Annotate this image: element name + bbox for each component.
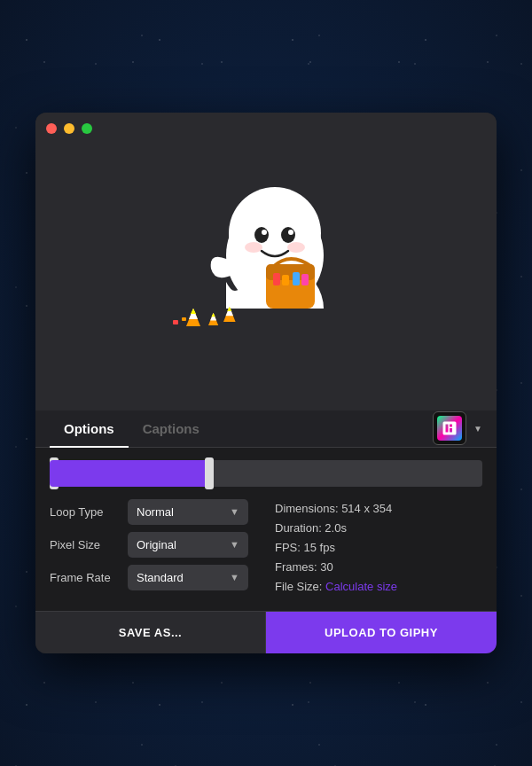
info-frames: Frames: 30 [275,558,482,577]
calculate-size-link[interactable]: Calculate size [325,580,397,593]
tab-captions[interactable]: Captions [129,410,214,448]
svg-marker-19 [212,313,215,317]
svg-rect-12 [293,272,300,285]
ghost-graphic [168,180,364,357]
info-dimensions: Dimensions: 514 x 354 [275,499,482,519]
svg-point-5 [288,230,293,235]
svg-rect-13 [301,274,309,285]
close-button[interactable] [46,123,57,134]
scrubber-track[interactable] [50,460,482,487]
svg-rect-10 [273,273,280,285]
pixel-size-select[interactable]: Original ▼ [128,532,248,558]
loop-type-select[interactable]: Normal ▼ [128,499,248,525]
giphy-logo [437,416,462,441]
tabs-bar: Options Captions ▼ [35,410,497,448]
pixel-size-value: Original [137,538,176,551]
settings-info: Dimensions: 514 x 354 Duration: 2.0s FPS… [266,499,482,597]
svg-point-7 [287,242,305,253]
minimize-button[interactable] [64,123,74,134]
frame-rate-arrow: ▼ [230,572,239,582]
gif-preview [35,145,497,410]
loop-type-value: Normal [137,505,174,519]
app-window: Options Captions ▼ [35,113,497,653]
titlebar [35,113,497,145]
loop-type-row: Loop Type Normal ▼ [50,499,248,525]
controls-section: Loop Type Normal ▼ Pixel Size Original ▼ [35,448,497,607]
pixel-size-row: Pixel Size Original ▼ [50,532,248,558]
pixel-size-arrow: ▼ [230,539,239,550]
maximize-button[interactable] [82,123,92,134]
scrubber-fill [50,460,214,487]
options-panel: Options Captions ▼ [35,410,497,653]
action-bar: SAVE AS... UPLOAD TO GIPHY [35,611,497,653]
giphy-badge-button[interactable] [433,411,466,445]
svg-rect-11 [282,275,289,285]
tab-options[interactable]: Options [50,410,129,448]
settings-left: Loop Type Normal ▼ Pixel Size Original ▼ [50,499,266,597]
svg-point-6 [245,242,262,253]
save-as-button[interactable]: SAVE AS... [35,612,266,653]
svg-point-3 [281,227,295,243]
info-duration: Duration: 2.0s [275,519,482,538]
svg-marker-16 [191,309,196,314]
info-file-size: File Size: Calculate size [275,577,482,597]
loop-type-label: Loop Type [50,505,119,519]
info-fps: FPS: 15 fps [275,538,482,558]
frame-rate-value: Standard [137,571,184,584]
svg-rect-24 [182,317,186,321]
badge-dropdown-arrow[interactable]: ▼ [473,424,482,434]
svg-point-4 [262,230,267,235]
frame-rate-row: Frame Rate Standard ▼ [50,565,248,590]
frame-rate-select[interactable]: Standard ▼ [128,565,248,590]
pixel-size-label: Pixel Size [50,538,119,551]
svg-rect-23 [173,320,178,324]
scrubber-handle-right[interactable] [205,457,214,489]
loop-type-arrow: ▼ [230,506,239,517]
settings-grid: Loop Type Normal ▼ Pixel Size Original ▼ [50,499,482,597]
svg-point-2 [254,227,269,243]
frame-rate-label: Frame Rate [50,571,119,584]
upload-to-giphy-button[interactable]: UPLOAD TO GIPHY [266,612,497,653]
